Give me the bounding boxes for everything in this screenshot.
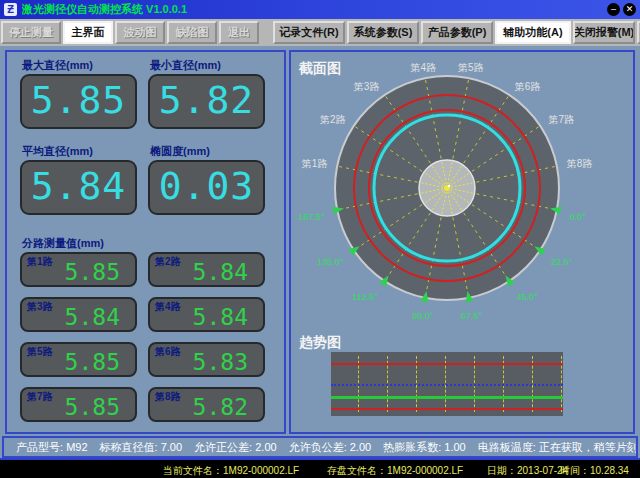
channel-label: 第6路 xyxy=(515,81,541,92)
channel-label: 第5路 xyxy=(458,62,484,73)
channel-5-display: 第5路5.85 xyxy=(20,342,137,377)
menu-item-wave-chart[interactable]: 波动图 xyxy=(115,21,165,44)
angle-label: 0.0° xyxy=(570,212,587,222)
menu-item-defect-chart[interactable]: 缺陷图 xyxy=(167,21,217,44)
diagram-panel: 截面图 第1路第2路第3路第4路第5路第6路第7路第8路0.0°22.5°45.… xyxy=(289,50,635,434)
menu-item-product-params[interactable]: 产品参数(P) xyxy=(421,21,493,44)
channel-8-display: 第8路5.82 xyxy=(148,387,265,422)
ovality-display: 0.03 xyxy=(148,160,265,215)
trend-upper-limit-line xyxy=(331,363,563,365)
saved-file-name: 存盘文件名1M92-000002.LF xyxy=(327,464,463,478)
product-model: 产品型号M92 xyxy=(16,440,88,455)
angle-label: 157.5° xyxy=(298,212,325,222)
app-window: Ƶ 激光测径仪自动测控系统 V1.0.0.1 – ✕ 停止测量 主界面 波动图 … xyxy=(0,0,640,478)
avg-diameter-label: 平均直径(mm) xyxy=(22,144,93,159)
min-diameter-display: 5.82 xyxy=(148,74,265,129)
max-diameter-label: 最大直径(mm) xyxy=(22,58,93,73)
min-diameter-label: 最小直径(mm) xyxy=(150,58,221,73)
channel-7-label: 第7路 xyxy=(27,390,53,404)
channel-label: 第4路 xyxy=(410,62,436,73)
channel-label: 第7路 xyxy=(548,114,574,125)
channel-4-label: 第4路 xyxy=(155,300,181,314)
max-diameter-value: 5.85 xyxy=(22,76,135,125)
trend-chart-title: 趋势图 xyxy=(299,334,341,352)
channel-8-label: 第8路 xyxy=(155,390,181,404)
trend-nominal-line xyxy=(331,384,563,386)
menu-item-exit[interactable]: 退出 xyxy=(219,21,259,44)
min-diameter-value: 5.82 xyxy=(150,76,263,125)
channel-label: 第1路 xyxy=(302,158,328,169)
channel-label: 第3路 xyxy=(354,81,380,92)
channel-1-display: 第1路5.85 xyxy=(20,252,137,287)
upper-tolerance: 允许正公差2.00 xyxy=(194,440,277,455)
max-diameter-display: 5.85 xyxy=(20,74,137,129)
channel-5-label: 第5路 xyxy=(27,345,53,359)
angle-label: 67.5° xyxy=(461,311,483,321)
channel-7-display: 第7路5.85 xyxy=(20,387,137,422)
menu-item-record-files[interactable]: 记录文件(R) xyxy=(273,21,345,44)
center-highlight xyxy=(448,185,450,187)
angle-label: 45.0° xyxy=(516,292,538,302)
channel-6-label: 第6路 xyxy=(155,345,181,359)
date-display: 日期2013-07-24 xyxy=(487,464,568,478)
menu-bar: 停止测量 主界面 波动图 缺陷图 退出 记录文件(R) 系统参数(S) 产品参数… xyxy=(0,19,640,46)
channel-label: 第2路 xyxy=(320,114,346,125)
close-button[interactable]: ✕ xyxy=(623,3,636,16)
menu-item-stop-measurement[interactable]: 停止测量 xyxy=(1,21,61,44)
channel-3-display: 第3路5.84 xyxy=(20,297,137,332)
thermal-expansion: 热膨胀系数1.00 xyxy=(383,440,466,455)
status-bar: 当前文件名1M92-000002.LF 存盘文件名1M92-000002.LF … xyxy=(0,458,640,478)
angle-label: 90.0° xyxy=(412,311,434,321)
time-display: 时间10.28.34 xyxy=(560,464,629,478)
channel-2-value: 5.84 xyxy=(193,260,248,284)
channel-5-value: 5.85 xyxy=(65,350,120,374)
channel-1-value: 5.85 xyxy=(65,260,120,284)
angle-label: 22.5° xyxy=(551,257,573,267)
angle-label: 135.0° xyxy=(317,257,344,267)
menu-item-aux-functions[interactable]: 辅助功能(A) xyxy=(495,21,571,44)
nominal-diameter: 标称直径值7.00 xyxy=(100,440,183,455)
trend-measured-line xyxy=(331,396,563,399)
channel-1-label: 第1路 xyxy=(27,255,53,269)
channel-4-value: 5.84 xyxy=(193,305,248,329)
channel-3-label: 第3路 xyxy=(27,300,53,314)
channel-6-display: 第6路5.83 xyxy=(148,342,265,377)
title-bar: Ƶ 激光测径仪自动测控系统 V1.0.0.1 – ✕ xyxy=(0,0,640,19)
menu-item-main-screen[interactable]: 主界面 xyxy=(63,21,113,44)
channel-7-value: 5.85 xyxy=(65,395,120,419)
channel-6-value: 5.83 xyxy=(193,350,248,374)
channel-4-display: 第4路5.84 xyxy=(148,297,265,332)
ovality-label: 椭圆度(mm) xyxy=(150,144,210,159)
channel-8-value: 5.82 xyxy=(193,395,248,419)
channel-3-value: 5.84 xyxy=(65,305,120,329)
avg-diameter-display: 5.84 xyxy=(20,160,137,215)
menu-item-close-alarm[interactable]: 关闭报警(M) xyxy=(573,21,635,44)
app-icon: Ƶ xyxy=(4,3,17,16)
current-file-name: 当前文件名1M92-000002.LF xyxy=(163,464,299,478)
avg-diameter-value: 5.84 xyxy=(22,162,135,211)
channel-2-display: 第2路5.84 xyxy=(148,252,265,287)
channel-values-title: 分路测量值(mm) xyxy=(22,236,104,251)
board-temperature: 电路板温度正在获取，稍等片刻... xyxy=(478,440,638,455)
trend-lower-limit-line xyxy=(331,408,563,410)
trend-chart xyxy=(331,352,563,416)
window-title: 激光测径仪自动测控系统 V1.0.0.1 xyxy=(22,2,604,17)
product-info-bar: 产品型号M92 标称直径值7.00 允许正公差2.00 允许负公差2.00 热膨… xyxy=(2,436,638,458)
menu-item-system-params[interactable]: 系统参数(S) xyxy=(347,21,419,44)
ovality-value: 0.03 xyxy=(150,162,263,211)
channel-2-label: 第2路 xyxy=(155,255,181,269)
angle-label: 112.5° xyxy=(352,292,378,302)
lower-tolerance: 允许负公差2.00 xyxy=(289,440,372,455)
channel-label: 第8路 xyxy=(567,158,593,169)
measurement-panel: 最大直径(mm) 最小直径(mm) 5.85 5.82 平均直径(mm) 椭圆度… xyxy=(5,50,286,434)
section-view-diagram: 第1路第2路第3路第4路第5路第6路第7路第8路0.0°22.5°45.0°67… xyxy=(291,52,633,344)
minimize-button[interactable]: – xyxy=(607,3,620,16)
